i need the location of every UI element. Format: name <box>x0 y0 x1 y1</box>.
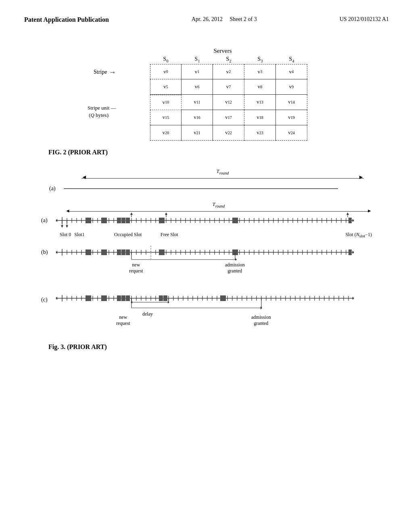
annotations-c: newrequest delay admissiongranted <box>56 311 372 335</box>
svg-marker-69 <box>130 212 133 215</box>
cell-v12: v12 <box>213 95 244 110</box>
svg-rect-155 <box>117 295 121 301</box>
svg-rect-136 <box>348 249 352 255</box>
svg-a <box>56 212 354 229</box>
svg-marker-65 <box>61 225 63 228</box>
cell-v0: v0 <box>150 64 181 79</box>
svg-rect-164 <box>159 295 163 301</box>
cell-v24: v24 <box>276 125 307 141</box>
timeline-b-row: (b) <box>41 244 372 260</box>
admission-granted-b: admissiongranted <box>225 262 245 274</box>
svg-rect-157 <box>126 295 130 301</box>
new-request-c: newrequest <box>116 314 130 327</box>
svg-marker-142 <box>56 297 57 300</box>
svg-marker-76 <box>353 251 354 254</box>
label-a: (a) <box>41 217 56 224</box>
t-round-text: Tround <box>213 201 225 208</box>
grid-row-1: v5 v6 v7 v8 v9 <box>150 79 319 95</box>
left-arrowhead: ◄ <box>65 208 70 214</box>
cell-v13: v13 <box>244 95 276 110</box>
svg-rect-165 <box>163 295 167 301</box>
svg-rect-89 <box>121 249 125 255</box>
cell-v16: v16 <box>181 110 213 125</box>
timeline-c-row: (c) <box>41 290 372 310</box>
svg-rect-85 <box>101 249 107 255</box>
svg-rect-97 <box>159 249 165 255</box>
svg-marker-67 <box>66 225 68 228</box>
cell-v11: v11 <box>181 95 213 110</box>
slot-0-label: Slot 0 <box>60 232 71 238</box>
admission-granted-c: admissiongranted <box>251 314 271 327</box>
header-left: Patent Application Publication <box>24 16 109 23</box>
cell-v20: v20 <box>150 125 181 141</box>
cell-v19: v19 <box>276 110 307 125</box>
svg-rect-156 <box>121 295 125 301</box>
page: Patent Application Publication Apr. 26, … <box>0 0 413 532</box>
header-right: US 2012/0102132 A1 <box>340 16 389 23</box>
grid-row-4: v20 v21 v22 v23 v24 <box>150 125 319 141</box>
svg-rect-15 <box>117 218 121 223</box>
slot-labels-a: Slot 0 Slot1 Occupied Slot Free Slot Slo… <box>56 232 372 238</box>
svg-marker-2 <box>56 219 57 222</box>
svg-marker-71 <box>165 212 167 215</box>
svg-rect-63 <box>348 218 352 223</box>
svg-marker-73 <box>346 212 349 215</box>
arrow-right: ► <box>358 175 364 180</box>
svg-rect-12 <box>101 218 107 223</box>
server-header-s2: S2 <box>213 56 244 63</box>
svg-rect-39 <box>232 218 238 223</box>
server-header-s0: S0 <box>150 56 181 63</box>
fig3: Tround ◄ ► (a) // This will be generated… <box>49 168 364 196</box>
cell-v3: v3 <box>244 64 276 79</box>
occupied-slot-label: Occupied Slot <box>114 232 142 238</box>
section-a: (a) // This will be generated inline <box>49 181 364 196</box>
t-round-container: Tround ◄ ► <box>65 201 372 212</box>
cell-v10: v10 <box>150 95 181 110</box>
svg-marker-75 <box>56 251 57 254</box>
label-b: (b) <box>41 249 56 256</box>
stripe-arrow: → <box>108 68 116 77</box>
servers-label: Servers <box>126 48 319 54</box>
cell-v17: v17 <box>213 110 244 125</box>
section-a-row: (a) // This will be generated inline <box>49 181 364 196</box>
cell-v6: v6 <box>181 79 213 95</box>
label-c: (c) <box>41 297 56 303</box>
server-header-s1: S1 <box>181 56 213 63</box>
svg-rect-88 <box>117 249 121 255</box>
timeline-a: // This will be generated inline <box>64 181 338 196</box>
cell-v15: v15 <box>150 110 181 125</box>
fig2-caption: FIG. 2 (PRIOR ART) <box>48 149 389 156</box>
svg-rect-149 <box>86 295 91 301</box>
t-round-line <box>81 178 364 179</box>
svg-rect-17 <box>126 218 130 223</box>
fig3-main: Tround ◄ ► (a) <box>41 201 372 335</box>
svg-marker-143 <box>353 297 354 300</box>
svg-rect-9 <box>86 218 91 223</box>
fig3-caption: Fig. 3. (PRIOR ART) <box>48 343 389 351</box>
slot-1-label: Slot1 <box>74 232 84 238</box>
t-round-row: Tround ◄ ► <box>81 168 364 180</box>
header: Patent Application Publication Apr. 26, … <box>24 16 389 23</box>
server-header-s3: S3 <box>244 56 276 63</box>
cell-v18: v18 <box>244 110 276 125</box>
cell-v22: v22 <box>213 125 244 141</box>
server-headers: S0 S1 S2 S3 S4 <box>150 56 319 63</box>
cell-v5: v5 <box>150 79 181 95</box>
cell-v8: v8 <box>244 79 276 95</box>
svg-rect-82 <box>86 249 91 255</box>
annotations-b: newrequest admissiongranted <box>56 262 372 282</box>
svg-c <box>56 290 354 310</box>
grid-row-3: v15 v16 v17 v18 v19 <box>150 110 319 125</box>
grid-row-2: v10 v11 v12 v13 v14 <box>150 95 319 110</box>
cell-v7: v7 <box>213 79 244 95</box>
server-header-s4: S4 <box>276 56 307 63</box>
new-request-b: newrequest <box>129 262 143 274</box>
header-center: Apr. 26, 2012 Sheet 2 of 3 <box>192 16 257 23</box>
svg-rect-177 <box>220 295 226 301</box>
svg-rect-90 <box>126 249 130 255</box>
grid: Stripe → Stripe unit — (Q bytes) v0 v1 v… <box>150 64 319 141</box>
section-a-label: (a) <box>49 185 60 192</box>
cell-v1: v1 <box>181 64 213 79</box>
last-slot-label: Slot (Nslot−1) <box>345 232 372 238</box>
arrow-left: ◄ <box>81 175 87 180</box>
